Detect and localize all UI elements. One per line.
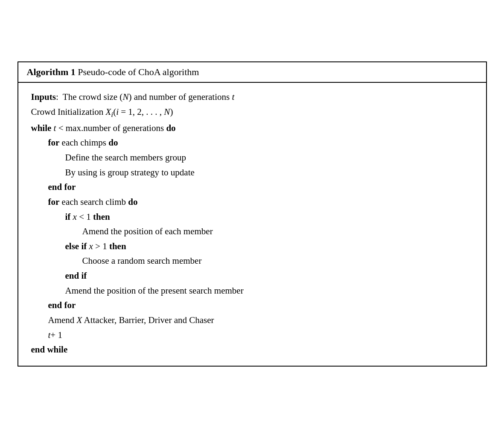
algorithm-body: Inputs: The crowd size (N) and number of… <box>18 83 486 366</box>
algorithm-header: Algorithm 1 Pseudo-code of ChoA algorith… <box>18 62 486 83</box>
line-choose-random: Choose a random search member <box>31 253 473 268</box>
line-end-if: end if <box>31 268 473 283</box>
algorithm-description: Pseudo-code of ChoA algorithm <box>78 67 199 77</box>
line-if-x-lt: if x < 1 then <box>31 210 473 224</box>
line-else-if: else if x > 1 then <box>31 239 473 254</box>
line-t-plus: t + 1 <box>31 328 473 343</box>
line-amend-present: Amend the position of the present search… <box>31 283 473 298</box>
line-define-search: Define the search members group <box>31 150 473 165</box>
line-for-chimps: for each chimps do <box>31 135 473 150</box>
line-amend-x: Amend X Attacker, Barrier, Driver and Ch… <box>31 313 473 328</box>
algorithm-number: Algorithm 1 <box>27 67 76 77</box>
line-amend-pos: Amend the position of each member <box>31 224 473 239</box>
line-end-while: end while <box>31 342 473 357</box>
algorithm-title: Algorithm 1 Pseudo-code of ChoA algorith… <box>27 67 199 77</box>
line-crowd-init: Crowd Initialization Xi(i = 1, 2, . . . … <box>31 105 473 121</box>
line-by-using: By using is group strategy to update <box>31 165 473 180</box>
line-for-search: for each search climb do <box>31 195 473 210</box>
line-inputs: Inputs: The crowd size (N) and number of… <box>31 90 473 105</box>
line-end-for-search: end for <box>31 298 473 313</box>
line-while: while t < max.number of generations do <box>31 121 473 136</box>
algorithm-container: Algorithm 1 Pseudo-code of ChoA algorith… <box>17 61 487 367</box>
line-end-for-chimps: end for <box>31 180 473 195</box>
